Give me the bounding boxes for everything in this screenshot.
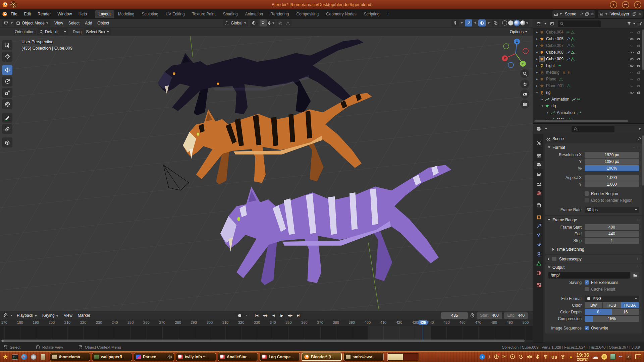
timeline-tracks[interactable] xyxy=(0,326,533,340)
pin-icon[interactable] xyxy=(579,12,583,16)
new-view-layer-icon[interactable] xyxy=(632,12,636,16)
shade-window-button[interactable]: ▼ xyxy=(610,1,617,8)
stereoscopy-panel-header[interactable]: Stereoscopy ∷ xyxy=(545,255,642,263)
time-stretching-header[interactable]: Time Stretching xyxy=(545,246,642,252)
properties-tab-scene[interactable] xyxy=(534,180,543,188)
tray-dictionary-icon[interactable]: a xyxy=(626,354,631,360)
outliner-vertical-scrollbar[interactable] xyxy=(642,29,644,70)
outliner-row-animation[interactable]: ►Animation xyxy=(533,109,644,116)
expand-arrow-icon[interactable]: ► xyxy=(535,71,539,74)
frame-range-panel-header[interactable]: Frame Range ∷ xyxy=(545,216,642,224)
show-gizmo-toggle[interactable] xyxy=(465,19,472,26)
expand-arrow-icon[interactable]: ► xyxy=(540,98,544,101)
timeline-ruler[interactable]: 1701801902002102202302402502602702802903… xyxy=(0,319,533,326)
launcher-media-player-icon[interactable] xyxy=(30,353,38,361)
overwrite-checkbox[interactable]: ✓ xyxy=(585,326,589,330)
close-window-button[interactable]: ✕ xyxy=(634,1,641,8)
taskbar-window-parsec[interactable]: Parsec◁)) xyxy=(134,353,174,361)
viewport-menu-object[interactable]: Object xyxy=(95,20,112,26)
outliner-row-cube-005[interactable]: ►Cube.005 xyxy=(533,36,644,42)
tray-night-light-icon[interactable] xyxy=(518,354,523,359)
new-scene-icon[interactable] xyxy=(585,12,589,16)
aspect-x-field[interactable]: 1.000 xyxy=(585,175,639,181)
workspace-tab-compositing[interactable]: Compositing xyxy=(292,10,322,18)
outliner-search-input[interactable] xyxy=(558,20,601,27)
outliner-row-root[interactable]: ►root11 xyxy=(533,116,644,119)
jump-to-end-button[interactable]: ▶| xyxy=(296,312,302,319)
taskbar-window-wallpaperfl-[interactable]: wallpaperfl... xyxy=(92,353,132,361)
frame-start-prop-field[interactable]: 400 xyxy=(585,224,639,230)
launcher-file-cabinet-icon[interactable] xyxy=(39,353,47,361)
frame-step-field[interactable]: 1 xyxy=(585,238,639,244)
camera-restrict-icon[interactable] xyxy=(636,70,641,75)
viewport-object-purple-tiger[interactable] xyxy=(220,165,451,285)
tray-emoji-icon[interactable]: ☺ xyxy=(601,354,607,360)
play-button[interactable]: ▶ xyxy=(279,312,285,319)
expand-arrow-icon[interactable]: ► xyxy=(535,44,539,47)
tray-volume-icon[interactable] xyxy=(526,354,532,360)
compression-slider[interactable]: 15% xyxy=(585,316,639,322)
expand-arrow-icon[interactable]: ► xyxy=(535,31,539,34)
workspace-tab-layout[interactable]: Layout xyxy=(95,10,114,18)
workspace-tab-uv-editing[interactable]: UV Editing xyxy=(162,10,189,18)
viewport-menu-select[interactable]: Select xyxy=(66,20,82,26)
render-region-checkbox[interactable] xyxy=(585,191,589,196)
workspace-1[interactable] xyxy=(388,354,403,360)
properties-tab-modifier[interactable] xyxy=(534,222,543,230)
resolution-x-field[interactable]: 1920 px xyxy=(585,152,639,158)
timeline-menu-keying[interactable]: Keying xyxy=(40,312,61,318)
viewport-menu-add[interactable]: Add xyxy=(82,20,95,26)
resolution-y-field[interactable]: 1080 px xyxy=(585,159,639,165)
stereoscopy-checkbox[interactable] xyxy=(552,257,556,261)
topbar-menu-window[interactable]: Window xyxy=(54,11,75,17)
previous-keyframe-button[interactable]: ◀◆ xyxy=(262,312,268,319)
outliner-id-filter-icon[interactable] xyxy=(548,20,556,27)
crop-render-region-checkbox[interactable] xyxy=(585,198,589,202)
camera-restrict-icon[interactable] xyxy=(636,50,641,55)
timeline-menu-playback[interactable]: Playback xyxy=(14,312,40,318)
workspace-tab-animation[interactable]: Animation xyxy=(241,10,267,18)
expand-arrow-icon[interactable]: ► xyxy=(535,51,539,54)
orientation-setting-dropdown[interactable]: Default xyxy=(37,28,68,35)
annotate-tool[interactable] xyxy=(2,113,12,123)
color-depth-8[interactable]: 8 xyxy=(585,309,612,315)
timeline-menu-marker[interactable]: Marker xyxy=(75,312,93,318)
properties-tab-material[interactable] xyxy=(534,269,543,277)
filter-icon[interactable] xyxy=(627,21,631,26)
eye-closed-icon[interactable] xyxy=(630,30,634,35)
properties-tab-physics[interactable] xyxy=(534,241,543,249)
tray-scissors-icon[interactable]: ✂ xyxy=(502,354,506,359)
taskbar-window-twily-info-[interactable]: twily.info ~... xyxy=(176,353,216,361)
properties-tab-viewlayer[interactable] xyxy=(534,170,543,179)
camera-restrict-icon[interactable] xyxy=(636,30,641,35)
zoom-viewport-button[interactable] xyxy=(520,69,529,78)
eye-open-icon[interactable] xyxy=(630,57,634,61)
scene-name[interactable]: Scene xyxy=(564,12,578,16)
unlink-scene-icon[interactable]: ✕ xyxy=(591,12,594,16)
expand-arrow-icon[interactable]: ► xyxy=(535,78,539,81)
workspace-tab-sculpting[interactable]: Sculpting xyxy=(138,10,162,18)
transform-orientation-dropdown[interactable]: Global xyxy=(223,19,248,26)
tray-weather-icon[interactable]: ☁ xyxy=(592,354,598,360)
timeline-menu-view[interactable]: View xyxy=(61,312,75,318)
camera-restrict-icon[interactable] xyxy=(636,90,641,95)
use-preview-range-icon[interactable] xyxy=(470,313,475,318)
taskbar-window-blender-[interactable]: Blender* [/... xyxy=(302,353,342,361)
workspace-tab-shading[interactable]: Shading xyxy=(219,10,241,18)
workspace-pager[interactable] xyxy=(387,353,419,361)
file-extensions-checkbox[interactable]: ✓ xyxy=(585,280,589,285)
outliner-row-plane[interactable]: ►Plane xyxy=(533,76,644,82)
color-depth-16[interactable]: 16 xyxy=(612,309,639,315)
snap-toggle[interactable] xyxy=(260,19,267,26)
expand-arrow-icon[interactable]: ► xyxy=(535,38,539,41)
timeline-scrollbar[interactable] xyxy=(1,340,525,342)
topbar-menu-edit[interactable]: Edit xyxy=(20,11,34,17)
outliner-row-cube-004[interactable]: ►Cube.004 xyxy=(533,29,644,36)
measure-tool[interactable] xyxy=(2,124,12,134)
tray-info-icon[interactable]: i xyxy=(479,354,485,360)
workspace-tab-modeling[interactable]: Modeling xyxy=(114,10,138,18)
taskbar-clock[interactable]: 19:362/28/24 xyxy=(576,352,589,361)
outliner-row-cube-008[interactable]: ►Cube.008 xyxy=(533,49,644,56)
aspect-y-field[interactable]: 1.000 xyxy=(585,181,639,187)
eye-open-icon[interactable] xyxy=(630,50,634,55)
